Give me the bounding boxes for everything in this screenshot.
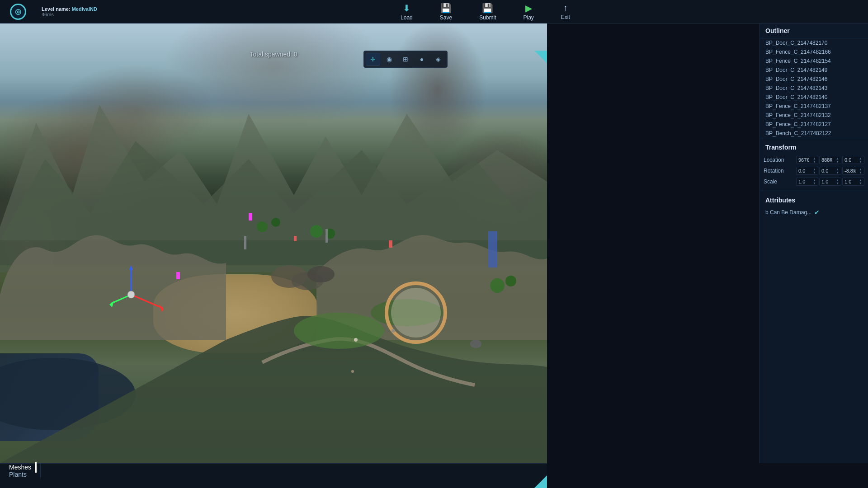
outliner-list[interactable]: BP_Door_C_2147482170BP_Fence_C_214748216… (760, 38, 868, 138)
scale-fields: 1.0 ▲▼ 1.0 ▲▼ 1.0 ▲▼ (796, 178, 864, 186)
bottom-panel: MeshesPlants (0, 463, 547, 488)
save-icon: 💾 (440, 3, 452, 14)
scale-x-field[interactable]: 1.0 ▲▼ (796, 178, 818, 186)
outliner-item[interactable]: BP_Fence_C_2147482137 (760, 102, 868, 111)
viewport-tools: ✛ ◉ ⊞ ● ◈ (363, 51, 448, 68)
viewport[interactable]: Total spawned: 0 ✛ ◉ ⊞ ● ◈ (0, 23, 547, 463)
svg-point-11 (271, 218, 280, 227)
toolbar: ◎ Level name: MedivalND 46ms ⬇ Load 💾 Sa… (0, 0, 868, 23)
rotation-label: Rotation (764, 168, 794, 174)
svg-rect-25 (294, 236, 297, 241)
viewport-svg (0, 23, 547, 463)
transform-gizmo (131, 273, 167, 309)
svg-point-32 (392, 329, 395, 333)
dot-tool[interactable]: ● (415, 53, 429, 66)
svg-rect-24 (176, 272, 180, 279)
save-label: Save (440, 14, 452, 21)
outliner-item[interactable]: BP_Fence_C_2147482127 (760, 120, 868, 129)
svg-point-14 (490, 278, 505, 293)
scale-row: Scale 1.0 ▲▼ 1.0 ▲▼ 1.0 ▲▼ (760, 176, 868, 187)
level-name-label: Level name: MedivalND (42, 6, 97, 12)
scale-y-field[interactable]: 1.0 ▲▼ (819, 178, 841, 186)
level-ms: 46ms (42, 12, 97, 17)
svg-rect-26 (389, 240, 392, 248)
total-spawned-value: 0 (294, 51, 297, 58)
rotation-z-field[interactable]: -8.8§ ▲▼ (842, 167, 864, 175)
save-button[interactable]: 💾 Save (440, 3, 452, 21)
outliner-item[interactable]: BP_Door_C_2147482146 (760, 75, 868, 84)
total-spawned-label: Total spawned: (250, 51, 292, 58)
location-y-field[interactable]: 888§ ▲▼ (819, 156, 841, 164)
svg-point-31 (354, 338, 358, 342)
location-label: Location (764, 157, 794, 163)
scale-z-field[interactable]: 1.0 ▲▼ (842, 178, 864, 186)
crosshair-tool[interactable]: ✛ (366, 53, 380, 66)
svg-rect-23 (249, 213, 252, 221)
outliner-item[interactable]: BP_Fence_C_2147482132 (760, 111, 868, 120)
location-row: Location 967€ ▲▼ 888§ ▲▼ 0.0 ▲▼ (760, 155, 868, 165)
load-icon: ⬇ (403, 3, 410, 14)
outliner-item[interactable]: BP_Door_C_2147482143 (760, 84, 868, 93)
level-info: Level name: MedivalND 46ms (36, 6, 103, 17)
outliner-item[interactable]: BP_Fence_C_2147482166 (760, 47, 868, 56)
attribute-row: b Can Be Damag...✔ (760, 207, 868, 217)
svg-point-6 (391, 288, 441, 338)
svg-rect-27 (470, 340, 481, 348)
svg-rect-30 (488, 231, 497, 267)
play-label: Play (523, 14, 533, 21)
viewport-background (0, 23, 547, 463)
rotation-x-field[interactable]: 0.0 ▲▼ (796, 167, 818, 175)
svg-rect-28 (244, 236, 246, 249)
outliner-header: Outliner (760, 23, 868, 38)
app-logo: ◎ (0, 4, 36, 20)
scale-label: Scale (764, 178, 794, 185)
attributes-header: Attributes (760, 195, 868, 207)
outliner-section: Outliner BP_Door_C_2147482170BP_Fence_C_… (760, 23, 868, 138)
svg-point-3 (294, 313, 384, 349)
bottom-tab-plants[interactable]: Plants (0, 471, 41, 478)
rotation-y-field[interactable]: 0.0 ▲▼ (819, 167, 841, 175)
logo-icon: ◎ (10, 4, 26, 20)
submit-button[interactable]: 💾 Submit (479, 3, 496, 21)
location-z-field[interactable]: 0.0 ▲▼ (842, 156, 864, 164)
outliner-item[interactable]: BP_Fence_C_2147482154 (760, 56, 868, 66)
svg-point-9 (307, 266, 335, 282)
grid-tool[interactable]: ⊞ (398, 53, 413, 66)
bottom-tabs: MeshesPlants (0, 464, 41, 488)
exit-icon: ↑ (563, 3, 568, 13)
location-fields: 967€ ▲▼ 888§ ▲▼ 0.0 ▲▼ (796, 156, 864, 164)
attribute-label: b Can Be Damag... (765, 209, 811, 216)
attributes-list: b Can Be Damag...✔ (760, 207, 868, 217)
eye-tool[interactable]: ◉ (382, 53, 396, 66)
transform-header: Transform (760, 142, 868, 155)
submit-label: Submit (479, 14, 496, 21)
rotation-fields: 0.0 ▲▼ 0.0 ▲▼ -8.8§ ▲▼ (796, 167, 864, 175)
svg-point-15 (505, 276, 516, 286)
right-panel: Outliner BP_Door_C_2147482170BP_Fence_C_… (760, 23, 868, 463)
svg-point-33 (351, 370, 354, 373)
load-label: Load (401, 14, 413, 21)
play-button[interactable]: ▶ Play (523, 3, 533, 21)
outliner-item[interactable]: BP_Door_C_2147482149 (760, 66, 868, 75)
toolbar-actions: ⬇ Load 💾 Save 💾 Submit ▶ Play ↑ Exit (103, 3, 868, 21)
outliner-item[interactable]: BP_Door_C_2147482170 (760, 38, 868, 47)
outliner-item[interactable]: BP_Bench_C_2147482122 (760, 129, 868, 138)
transform-section: Transform Location 967€ ▲▼ 888§ ▲▼ 0.0 ▲… (760, 138, 868, 191)
bottom-tab-meshes[interactable]: Meshes (0, 464, 41, 471)
check-icon: ✔ (814, 209, 820, 216)
svg-rect-29 (326, 229, 328, 243)
svg-point-10 (257, 221, 268, 232)
outliner-item[interactable]: BP_Door_C_2147482140 (760, 93, 868, 102)
attributes-section: Attributes b Can Be Damag...✔ (760, 191, 868, 221)
total-spawned-bar: Total spawned: 0 (250, 51, 297, 58)
corner-collapse-bottom[interactable] (534, 475, 547, 488)
rotation-row: Rotation 0.0 ▲▼ 0.0 ▲▼ -8.8§ ▲▼ (760, 165, 868, 176)
submit-icon: 💾 (482, 3, 493, 14)
location-x-field[interactable]: 967€ ▲▼ (796, 156, 818, 164)
exit-button[interactable]: ↑ Exit (561, 3, 570, 20)
svg-point-12 (310, 225, 323, 238)
exit-label: Exit (561, 14, 570, 20)
load-button[interactable]: ⬇ Load (401, 3, 413, 21)
sphere-tool[interactable]: ◈ (431, 53, 445, 66)
play-icon: ▶ (525, 3, 532, 14)
